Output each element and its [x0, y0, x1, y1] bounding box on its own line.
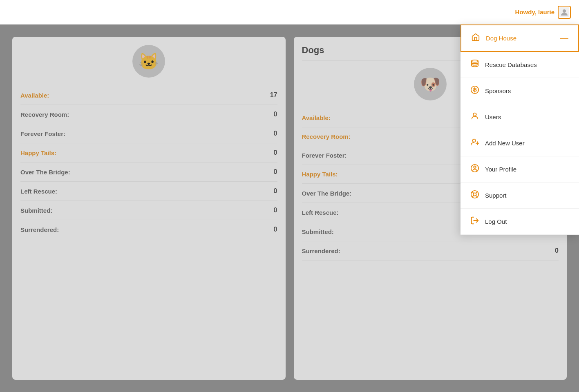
- svg-point-1: [563, 9, 566, 13]
- menu-add-new-user-label: Add New User: [485, 140, 525, 147]
- active-dash: —: [560, 33, 568, 43]
- menu-item-your-profile[interactable]: Your Profile: [461, 156, 579, 183]
- dogs-icon: 🐶: [414, 68, 447, 100]
- menu-users-label: Users: [485, 114, 501, 120]
- cats-available-value: 17: [270, 91, 277, 99]
- cats-row-surrendered: Surrendered: 0: [20, 220, 277, 239]
- cats-leftrescue-value: 0: [274, 187, 277, 195]
- svg-point-4: [473, 113, 476, 116]
- svg-point-9: [474, 166, 476, 169]
- cats-row-happytails: Happy Tails: 0: [20, 143, 277, 163]
- dogs-available-label: Available:: [302, 114, 331, 121]
- cats-bridge-value: 0: [274, 168, 277, 176]
- cats-surrendered-value: 0: [274, 226, 277, 233]
- cats-happytails-label: Happy Tails:: [20, 149, 56, 156]
- cats-row-submitted: Submitted: 0: [20, 201, 277, 220]
- logout-icon: [470, 216, 479, 227]
- dogs-recovery-label: Recovery Room:: [302, 133, 351, 140]
- menu-support-label: Support: [485, 192, 507, 199]
- cats-row-bridge: Over The Bridge: 0: [20, 163, 277, 182]
- menu-item-add-new-user[interactable]: Add New User: [461, 130, 579, 156]
- database-icon: [470, 59, 479, 70]
- menu-log-out-label: Log Out: [485, 218, 507, 225]
- greeting-prefix: Howdy,: [515, 9, 537, 16]
- menu-item-dog-house[interactable]: Dog House —: [461, 24, 579, 52]
- cats-row-available: Available: 17: [20, 86, 277, 105]
- cats-foster-value: 0: [274, 130, 277, 137]
- cats-bridge-label: Over The Bridge:: [20, 169, 70, 176]
- cats-leftrescue-label: Left Rescue:: [20, 188, 57, 195]
- cats-submitted-label: Submitted:: [20, 207, 52, 214]
- house-icon: [471, 33, 480, 44]
- menu-dog-house-label: Dog House: [486, 35, 516, 42]
- svg-point-2: [472, 60, 478, 62]
- menu-sponsors-label: Sponsors: [485, 87, 511, 94]
- header: Howdy, laurie: [0, 0, 579, 24]
- svg-line-12: [472, 192, 474, 194]
- svg-point-5: [473, 139, 476, 142]
- header-greeting: Howdy, laurie: [515, 9, 554, 16]
- menu-item-support[interactable]: Support: [461, 183, 579, 209]
- svg-line-15: [472, 196, 474, 197]
- dropdown-menu: Dog House — Rescue Databases Sponsors: [461, 24, 579, 235]
- cats-icon: 🐱: [132, 45, 165, 78]
- svg-line-14: [476, 192, 478, 194]
- cats-submitted-value: 0: [274, 207, 277, 214]
- cats-foster-label: Forever Foster:: [20, 130, 65, 137]
- cats-row-recovery: Recovery Room: 0: [20, 105, 277, 124]
- users-icon: [470, 111, 479, 122]
- menu-rescue-databases-label: Rescue Databases: [485, 61, 537, 68]
- avatar[interactable]: [558, 6, 571, 19]
- svg-line-13: [476, 196, 478, 197]
- dogs-row-surrendered: Surrendered: 0: [302, 241, 559, 261]
- dogs-surrendered-value: 0: [555, 247, 559, 254]
- cats-happytails-value: 0: [274, 149, 277, 156]
- cats-surrendered-label: Surrendered:: [20, 226, 59, 233]
- user-plus-icon: [470, 138, 479, 149]
- lifebuoy-icon: [470, 190, 479, 201]
- cats-row-leftrescue: Left Rescue: 0: [20, 182, 277, 201]
- cats-recovery-label: Recovery Room:: [20, 111, 69, 118]
- username: laurie: [537, 9, 554, 16]
- user-circle-icon: [470, 164, 479, 175]
- menu-item-sponsors[interactable]: Sponsors: [461, 78, 579, 104]
- dogs-surrendered-label: Surrendered:: [302, 247, 340, 254]
- cats-recovery-value: 0: [274, 111, 277, 118]
- menu-item-rescue-databases[interactable]: Rescue Databases: [461, 52, 579, 78]
- menu-item-users[interactable]: Users: [461, 104, 579, 130]
- menu-item-log-out[interactable]: Log Out: [461, 209, 579, 235]
- dogs-leftrescue-label: Left Rescue:: [302, 209, 339, 216]
- dogs-foster-label: Forever Foster:: [302, 152, 347, 159]
- cats-row-foster: Forever Foster: 0: [20, 124, 277, 143]
- menu-your-profile-label: Your Profile: [485, 166, 516, 173]
- dogs-happytails-label: Happy Tails:: [302, 171, 338, 178]
- dollar-icon: [470, 85, 479, 96]
- cats-available-label: Available:: [20, 92, 49, 99]
- dogs-submitted-label: Submitted:: [302, 228, 334, 235]
- dogs-bridge-label: Over The Bridge:: [302, 190, 352, 197]
- cats-panel: 🐱 Available: 17 Recovery Room: 0 Forever…: [12, 37, 286, 380]
